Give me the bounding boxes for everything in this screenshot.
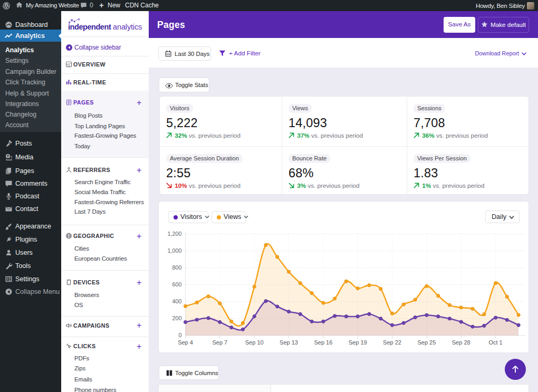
svg-text:Sep 28: Sep 28 xyxy=(452,339,470,346)
svg-text:600: 600 xyxy=(172,281,182,288)
svg-text:Sep 10: Sep 10 xyxy=(245,339,264,346)
svg-text:Sep 19: Sep 19 xyxy=(349,339,367,346)
svg-text:200: 200 xyxy=(172,315,182,321)
svg-text:Sep 25: Sep 25 xyxy=(417,339,436,346)
svg-text:Sep 4: Sep 4 xyxy=(178,339,193,346)
svg-text:800: 800 xyxy=(172,264,182,271)
svg-text:0: 0 xyxy=(179,332,182,338)
svg-text:Sep 13: Sep 13 xyxy=(280,339,298,346)
svg-text:Sep 7: Sep 7 xyxy=(212,339,227,346)
svg-text:Sep 22: Sep 22 xyxy=(383,339,401,346)
svg-text:1,200: 1,200 xyxy=(168,231,182,237)
svg-text:Oct 1: Oct 1 xyxy=(488,339,502,346)
svg-text:400: 400 xyxy=(172,298,182,304)
svg-text:Sep 16: Sep 16 xyxy=(314,339,332,346)
svg-text:1,000: 1,000 xyxy=(168,247,182,254)
